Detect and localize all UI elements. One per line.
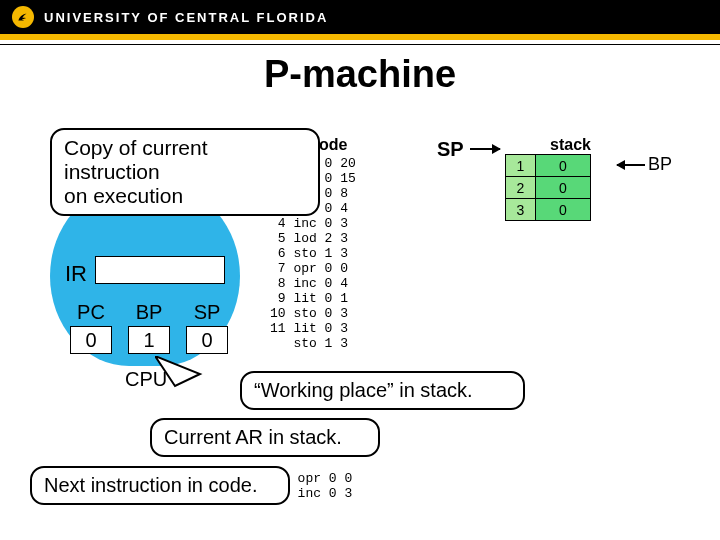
bp-arrow-icon — [617, 164, 645, 166]
sp-value: 0 — [186, 326, 228, 354]
stack-heading: stack — [550, 136, 591, 154]
table-row: 10 — [506, 155, 591, 177]
stack-value: 0 — [536, 155, 591, 177]
sp-label: SP — [186, 301, 228, 324]
stack-value: 0 — [536, 177, 591, 199]
svg-marker-0 — [155, 356, 200, 386]
page-title: P-machine — [0, 53, 720, 96]
table-row: 20 — [506, 177, 591, 199]
pc-register: PC 0 — [70, 301, 112, 354]
sp-register: SP 0 — [186, 301, 228, 354]
pc-value: 0 — [70, 326, 112, 354]
pc-label: PC — [70, 301, 112, 324]
ir-register-box — [95, 256, 225, 284]
stack-index: 2 — [506, 177, 536, 199]
bp-pointer-label: BP — [648, 154, 672, 175]
callout-tail-cpu — [155, 356, 245, 406]
diagram-stage: IR PC 0 BP 1 SP 0 CPU code 0 jmp 0 20 1 … — [0, 96, 720, 536]
bp-label: BP — [128, 301, 170, 324]
table-row: 30 — [506, 199, 591, 221]
gold-divider — [0, 34, 720, 40]
sp-arrow-icon — [470, 148, 500, 150]
code-listing-bottom: 9 opr 0 0 0 inc 0 3 — [282, 471, 352, 501]
stack-table: 10 20 30 — [505, 154, 591, 221]
stack-value: 0 — [536, 199, 591, 221]
ir-label: IR — [65, 261, 87, 287]
sp-pointer-label: SP — [437, 138, 464, 161]
callout-copy-instruction: Copy of current instruction on execution — [50, 128, 320, 216]
callout-current-ar: Current AR in stack. — [150, 418, 380, 457]
callout-next-instruction: Next instruction in code. — [30, 466, 290, 505]
ucf-pegasus-icon — [12, 6, 34, 28]
bp-register: BP 1 — [128, 301, 170, 354]
thin-divider — [0, 44, 720, 45]
stack-index: 3 — [506, 199, 536, 221]
university-name: UNIVERSITY OF CENTRAL FLORIDA — [44, 10, 328, 25]
stack-index: 1 — [506, 155, 536, 177]
bp-value: 1 — [128, 326, 170, 354]
callout-working-place: “Working place” in stack. — [240, 371, 525, 410]
header-bar: UNIVERSITY OF CENTRAL FLORIDA — [0, 0, 720, 34]
